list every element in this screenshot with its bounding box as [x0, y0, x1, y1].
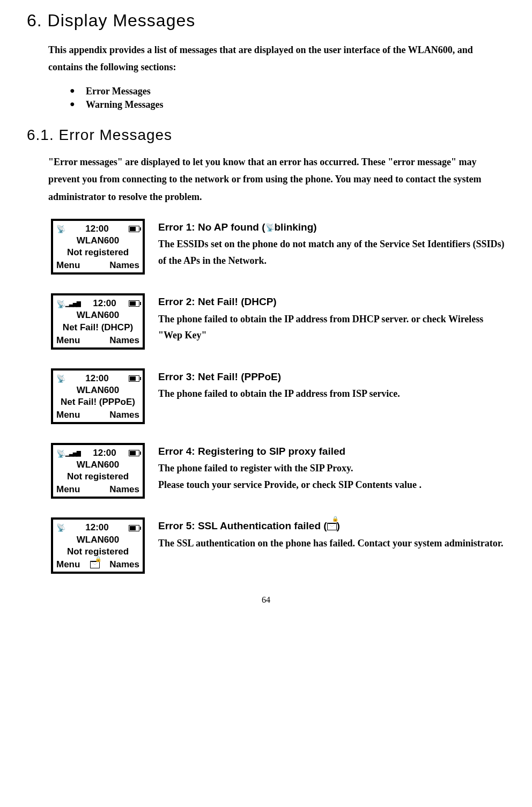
right-softkey: Names [109, 409, 139, 421]
screen-line: WLAN600 [56, 309, 139, 321]
antenna-icon: 📡 [56, 299, 65, 309]
intro-paragraph: This appendix provides a list of message… [48, 41, 505, 76]
error-description-block: Error 1: No AP found (📡blinking) The ESS… [158, 219, 505, 269]
clock: 12:00 [65, 223, 129, 235]
phone-screen: 📡▁▃▅▇ 12:00 WLAN600 Net Fail! (DHCP) Men… [51, 293, 145, 349]
error-title: Error 5: SSL Authentication failed (🔒) [158, 517, 504, 535]
antenna-icon: 📡 [265, 221, 275, 234]
left-softkey: Menu [56, 484, 80, 495]
battery-icon [129, 525, 139, 531]
screen-line: WLAN600 [56, 384, 139, 396]
screen-line: Net Fail! (DHCP) [56, 322, 139, 334]
lock-mail-icon: 🔒 [90, 559, 100, 571]
error-description: The phone failed to obtain the IP addres… [158, 386, 400, 402]
left-softkey: Menu [56, 559, 80, 571]
error-title: Error 1: No AP found (📡blinking) [158, 219, 505, 236]
error-title: Error 2: Net Fail! (DHCP) [158, 293, 505, 310]
error-title: Error 3: Net Fail! (PPPoE) [158, 368, 400, 386]
list-item: Warning Messages [70, 99, 505, 110]
softkey-row: Menu Names [56, 409, 139, 421]
error-description-block: Error 3: Net Fail! (PPPoE) The phone fai… [158, 368, 400, 402]
signal-antenna-group: 📡▁▃▅▇ [56, 447, 80, 459]
error-block: 📡 12:00 WLAN600 Net Fail! (PPPoE) Menu N… [51, 368, 505, 424]
antenna-icon: 📡 [56, 224, 65, 234]
screen-line: WLAN600 [56, 459, 139, 471]
signal-bars-icon: ▁▃▅▇ [65, 300, 80, 307]
signal-antenna-group: 📡▁▃▅▇ [56, 298, 80, 309]
page-number: 64 [27, 595, 505, 605]
antenna-icon: 📡 [56, 449, 65, 458]
error-description-block: Error 2: Net Fail! (DHCP) The phone fail… [158, 293, 505, 343]
clock: 12:00 [80, 298, 129, 309]
phone-screen: 📡 12:00 WLAN600 Not registered Menu 🔒 Na… [51, 517, 145, 573]
error-description-block: Error 5: SSL Authentication failed (🔒) T… [158, 517, 504, 551]
error-block: 📡 12:00 WLAN600 Not registered Menu Name… [51, 219, 505, 275]
right-softkey: Names [109, 484, 139, 495]
status-bar: 📡 12:00 [56, 223, 139, 235]
signal-bars-icon: ▁▃▅▇ [65, 450, 80, 457]
section-paragraph: "Error messages" are displayed to let yo… [48, 153, 505, 205]
error-title: Error 4: Registering to SIP proxy failed [158, 443, 422, 460]
left-softkey: Menu [56, 260, 80, 271]
clock: 12:00 [80, 447, 129, 459]
status-bar: 📡▁▃▅▇ 12:00 [56, 447, 139, 459]
left-softkey: Menu [56, 409, 80, 421]
battery-icon [129, 375, 139, 382]
error-description: The SSL authentication on the phone has … [158, 535, 504, 552]
status-bar: 📡 12:00 [56, 522, 139, 534]
status-bar: 📡 12:00 [56, 373, 139, 384]
intro-bullet-list: Error Messages Warning Messages [48, 86, 505, 110]
error-description-block: Error 4: Registering to SIP proxy failed… [158, 443, 422, 493]
right-softkey: Names [109, 335, 139, 346]
phone-screen: 📡 12:00 WLAN600 Net Fail! (PPPoE) Menu N… [51, 368, 145, 424]
screen-line: Not registered [56, 247, 139, 258]
error-description: The ESSIDs set on the phone do not match… [158, 236, 505, 269]
chapter-title: 6. Display Messages [27, 11, 505, 31]
error-description: The phone failed to register with the SI… [158, 460, 422, 493]
right-softkey: Names [109, 559, 139, 571]
lock-mail-icon: 🔒 [327, 517, 337, 535]
phone-screen: 📡▁▃▅▇ 12:00 WLAN600 Not registered Menu … [51, 443, 145, 499]
screen-line: WLAN600 [56, 235, 139, 247]
battery-icon [129, 300, 139, 307]
phone-screen: 📡 12:00 WLAN600 Not registered Menu Name… [51, 219, 145, 275]
error-block: 📡▁▃▅▇ 12:00 WLAN600 Not registered Menu … [51, 443, 505, 499]
screen-line: Not registered [56, 471, 139, 483]
screen-line: WLAN600 [56, 534, 139, 546]
status-bar: 📡▁▃▅▇ 12:00 [56, 298, 139, 309]
battery-icon [129, 450, 139, 456]
softkey-row: Menu Names [56, 335, 139, 346]
list-item: Error Messages [70, 86, 505, 97]
error-block: 📡 12:00 WLAN600 Not registered Menu 🔒 Na… [51, 517, 505, 573]
softkey-row: Menu 🔒 Names [56, 559, 139, 571]
screen-line: Net Fail! (PPPoE) [56, 396, 139, 408]
error-block: 📡▁▃▅▇ 12:00 WLAN600 Net Fail! (DHCP) Men… [51, 293, 505, 349]
antenna-icon: 📡 [56, 523, 65, 532]
section-title: 6.1. Error Messages [27, 127, 505, 144]
battery-icon [129, 226, 139, 232]
antenna-icon: 📡 [56, 374, 65, 383]
left-softkey: Menu [56, 335, 80, 346]
softkey-row: Menu Names [56, 484, 139, 495]
right-softkey: Names [109, 260, 139, 271]
softkey-row: Menu Names [56, 260, 139, 271]
error-description: The phone failed to obtain the IP addres… [158, 311, 505, 344]
clock: 12:00 [65, 373, 129, 384]
clock: 12:00 [65, 522, 129, 534]
